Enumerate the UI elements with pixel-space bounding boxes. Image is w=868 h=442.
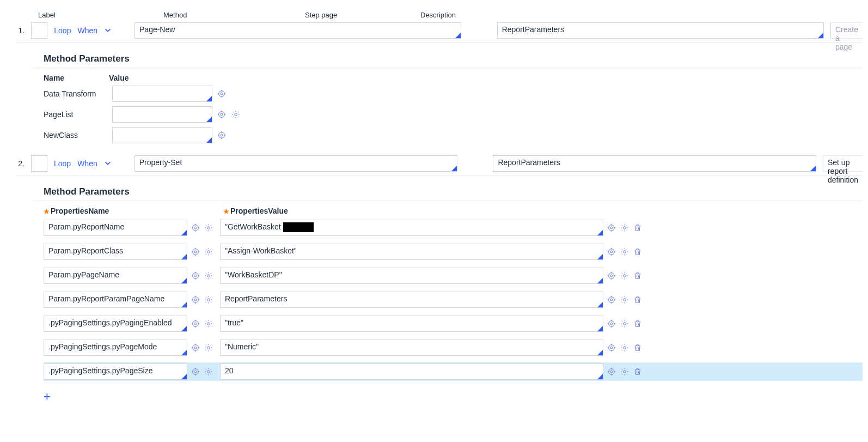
description-input[interactable]: Create a page [830,22,863,39]
step-number: 2. [16,159,25,168]
param-col-value: Value [109,74,863,82]
header-step-page: Step page [305,11,414,19]
configure-icon[interactable] [620,271,629,281]
property-value-input[interactable]: "true" [220,316,603,332]
property-row: Param.pyReportClass"Assign-WorkBasket" [44,243,863,261]
add-row-button[interactable]: + [44,390,51,404]
description-input[interactable]: Set up report definition [823,155,863,172]
step-number: 1. [16,26,25,35]
header-description: Description [420,11,863,19]
property-name-input[interactable]: .pyPagingSettings.pyPageMode [44,340,187,356]
open-rule-icon[interactable] [607,367,616,377]
configure-icon[interactable] [204,367,213,377]
open-rule-icon[interactable] [217,110,227,119]
configure-icon[interactable] [620,247,629,257]
delete-row-icon[interactable] [633,223,643,233]
property-row: Param.pyPageName"WorkBasketDP" [44,267,863,285]
property-name-input[interactable]: .pyPagingSettings.pyPageSize [44,364,187,380]
configure-icon[interactable] [620,295,629,305]
open-rule-icon[interactable] [607,247,616,257]
props-col-name: PropertiesName [51,207,109,215]
property-name-input[interactable]: Param.pyReportParamPageName [44,292,187,308]
param-row: NewClass [44,127,863,143]
param-value-input[interactable] [112,127,212,143]
property-value-input[interactable]: "WorkBasketDP" [220,268,603,284]
configure-icon[interactable] [204,343,213,353]
param-value-input[interactable] [112,106,212,123]
configure-icon[interactable] [231,110,241,119]
open-rule-icon[interactable] [191,271,200,281]
open-rule-icon[interactable] [191,295,200,305]
open-rule-icon[interactable] [191,367,200,377]
property-row: Param.pyReportParamPageNameReportParamet… [44,290,863,309]
chevron-down-icon[interactable] [104,159,112,168]
property-row: .pyPagingSettings.pyPagingEnabled"true" [44,314,863,333]
property-value-input[interactable]: 20 [220,364,603,380]
method-parameters-title: Method Parameters [44,53,863,64]
when-link[interactable]: When [77,159,97,168]
delete-row-icon[interactable] [633,247,643,257]
property-name-input[interactable]: Param.pyReportClass [44,244,187,260]
open-rule-icon[interactable] [191,343,200,353]
chevron-down-icon[interactable] [104,26,112,35]
open-rule-icon[interactable] [191,247,200,257]
open-rule-icon[interactable] [607,271,616,281]
configure-icon[interactable] [204,247,213,257]
open-rule-icon[interactable] [191,319,200,329]
props-col-value: PropertiesValue [230,207,288,215]
property-row: .pyPagingSettings.pyPageMode"Numeric" [44,338,863,357]
param-name-label: Data Transform [44,89,108,98]
param-value-input[interactable] [112,86,212,102]
method-input[interactable]: Property-Set [135,155,458,172]
configure-icon[interactable] [620,319,629,329]
header-label: Label [38,11,71,19]
property-value-input[interactable]: ReportParameters [220,292,603,308]
required-star-icon: ★ [44,208,50,215]
configure-icon[interactable] [204,223,213,233]
configure-icon[interactable] [204,295,213,305]
configure-icon[interactable] [620,367,629,377]
param-col-name: Name [44,74,109,82]
delete-row-icon[interactable] [633,319,643,329]
property-value-input[interactable]: "GetWorkBasket " [220,220,603,236]
redaction-overlay [283,222,314,232]
header-method: Method [163,11,272,19]
when-link[interactable]: When [77,26,97,35]
param-row: Data Transform [44,86,863,102]
step-page-input[interactable]: ReportParameters [493,155,816,172]
open-rule-icon[interactable] [217,89,227,99]
method-parameters-title-2: Method Parameters [44,186,863,197]
open-rule-icon[interactable] [607,319,616,329]
configure-icon[interactable] [204,271,213,281]
configure-icon[interactable] [204,319,213,329]
property-name-input[interactable]: .pyPagingSettings.pyPagingEnabled [44,316,187,332]
configure-icon[interactable] [620,343,629,353]
param-name-label: PageList [44,110,108,119]
delete-row-icon[interactable] [633,367,643,377]
loop-link[interactable]: Loop [54,159,71,168]
open-rule-icon[interactable] [191,223,200,233]
property-row: .pyPagingSettings.pyPageSize20 [44,362,863,381]
step-row-1: 1. Loop When Page-New ReportParameters C… [16,21,863,43]
configure-icon[interactable] [620,223,629,233]
delete-row-icon[interactable] [633,343,643,353]
param-name-label: NewClass [44,131,108,140]
property-value-input[interactable]: "Assign-WorkBasket" [220,244,603,260]
label-input[interactable] [31,22,47,39]
delete-row-icon[interactable] [633,271,643,281]
open-rule-icon[interactable] [607,223,616,233]
label-input[interactable] [31,155,47,172]
delete-row-icon[interactable] [633,295,643,305]
param-row: PageList [44,106,863,123]
step-page-input[interactable]: ReportParameters [497,22,824,39]
open-rule-icon[interactable] [607,295,616,305]
loop-link[interactable]: Loop [54,26,71,35]
property-name-input[interactable]: Param.pyPageName [44,268,187,284]
property-value-input[interactable]: "Numeric" [220,340,603,356]
method-input[interactable]: Page-New [135,22,461,39]
property-name-input[interactable]: Param.pyReportName [44,220,187,236]
required-star-icon: ★ [223,208,229,215]
open-rule-icon[interactable] [217,130,227,140]
open-rule-icon[interactable] [607,343,616,353]
property-row: Param.pyReportName"GetWorkBasket " [44,219,863,237]
